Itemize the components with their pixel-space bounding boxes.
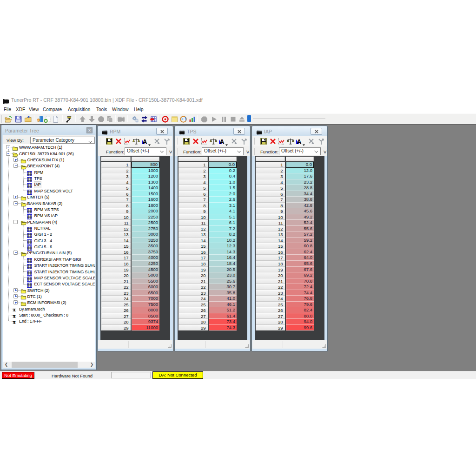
expand-icon[interactable] [13, 294, 18, 298]
pause-icon[interactable] [220, 115, 228, 123]
expand-icon[interactable] [13, 288, 18, 292]
row-number[interactable]: 2 [101, 168, 131, 174]
cell-value[interactable]: 70.8 [286, 278, 314, 284]
cell-value[interactable]: 46.1 [209, 302, 237, 308]
cell-value[interactable]: 60.8 [286, 243, 314, 249]
tree-item-limiter-5[interactable]: LIMITER (5) [3, 194, 95, 200]
row-number[interactable]: 22 [256, 284, 285, 290]
tree-item-end-17fff[interactable]: πEnd : 17FFF [3, 318, 95, 324]
cell-value[interactable]: 16.4 [209, 255, 237, 261]
scanner-icon[interactable] [65, 115, 73, 123]
cell-value[interactable]: 1500 [132, 191, 160, 197]
row-number[interactable]: 25 [178, 302, 208, 308]
tree-item-gigi-5-6[interactable]: GIGI 5 - 6 [3, 244, 95, 250]
tree-item-label[interactable]: PENGATURAN LAIN (5) [27, 250, 72, 256]
eject-icon[interactable] [238, 115, 246, 123]
cell-value[interactable]: 2000 [132, 208, 160, 214]
cell-value[interactable]: 73.4 [209, 319, 237, 325]
cell-value[interactable]: 1000 [132, 168, 160, 174]
bar-chart-icon[interactable] [188, 115, 196, 123]
row-number[interactable]: 16 [256, 249, 285, 255]
tree-item-label[interactable]: LIMITER (5) [27, 194, 50, 200]
cell-value[interactable]: 88.0 [286, 313, 314, 319]
cell-value[interactable]: 17.6 [286, 173, 314, 179]
tree-item-label[interactable]: ECM INFORMASI (2) [27, 300, 66, 306]
row-number[interactable]: 17 [178, 255, 208, 261]
cell-value[interactable]: 72.4 [286, 284, 314, 290]
row-number[interactable]: 11 [256, 220, 285, 226]
cell-value[interactable]: 1400 [132, 185, 160, 191]
row-number[interactable]: 22 [178, 284, 208, 290]
tree-item-by-amam-tech[interactable]: πBy.amam.tech [3, 306, 95, 312]
row-number[interactable]: 20 [101, 272, 131, 278]
row-number[interactable]: 28 [178, 319, 208, 325]
tree-item-label[interactable]: MAP SENSOR VOLTAGE SCALE [34, 275, 96, 281]
function-select[interactable]: Offset (+/-) [125, 147, 166, 155]
row-number[interactable]: 25 [256, 302, 285, 308]
copy-pages-icon[interactable] [106, 115, 114, 123]
cell-value[interactable]: 57.2 [286, 231, 314, 238]
row-number[interactable]: 27 [178, 313, 208, 319]
tree-item-label[interactable]: RPM VS TPS [34, 207, 59, 213]
cell-value[interactable]: 3000 [132, 231, 160, 238]
caret-down-icon[interactable] [148, 140, 151, 143]
scrollbar-thumb[interactable] [12, 362, 78, 368]
cell-value[interactable]: 5.1 [209, 214, 237, 220]
row-number[interactable]: 1 [178, 162, 208, 168]
editor-titlebar[interactable]: TPS [175, 126, 250, 136]
menu-xdf[interactable]: XDF [16, 106, 25, 113]
menu-compare[interactable]: Compare [43, 106, 62, 113]
cell-value[interactable]: 51.2 [209, 307, 237, 313]
tree-item-netral[interactable]: NETRAL [3, 225, 95, 231]
row-number[interactable]: 13 [256, 231, 285, 238]
tree-item-pengapian-4[interactable]: PENGAPIAN (4) [3, 219, 95, 225]
tree-item-ecm-informasi-2[interactable]: ECM INFORMASI (2) [3, 299, 95, 305]
cell-value[interactable]: 65.6 [286, 261, 314, 267]
floppy-icon[interactable] [106, 138, 113, 145]
tree-item-label[interactable]: NETRAL [34, 225, 51, 231]
row-number[interactable]: 7 [178, 197, 208, 203]
cell-value[interactable]: 25.6 [209, 278, 237, 284]
editor-titlebar[interactable]: RPM [98, 126, 172, 136]
row-number[interactable]: 9 [178, 208, 208, 214]
table-import-icon[interactable] [149, 115, 157, 123]
cell-value[interactable]: 3750 [132, 249, 160, 255]
resize-grip[interactable] [168, 344, 172, 348]
row-number[interactable]: 3 [178, 173, 208, 179]
row-number[interactable]: 13 [101, 231, 131, 238]
cell-value[interactable]: 5000 [132, 272, 160, 278]
row-number[interactable]: 8 [256, 203, 285, 209]
cell-value[interactable]: 2250 [132, 214, 160, 220]
new-doc-icon[interactable] [52, 115, 60, 123]
tree-item-label[interactable]: CRF150L 38770 K84-901 (26) [19, 151, 74, 157]
cell-value[interactable]: 6500 [132, 290, 160, 296]
close-icon[interactable] [233, 128, 245, 135]
row-number[interactable]: 12 [256, 226, 285, 232]
row-number[interactable]: 14 [101, 238, 131, 244]
row-number[interactable]: 29 [256, 325, 285, 331]
tree-item-label[interactable]: KOREKSI AFR TIAP GIGI [34, 257, 81, 263]
row-number[interactable]: 18 [256, 261, 285, 267]
tree-item-rpm-vs-iap[interactable]: RPM VS IAP [3, 212, 95, 218]
tree-item-rpm-vs-tps[interactable]: RPM VS TPS [3, 206, 95, 212]
tree-item-label[interactable]: MAP SENSOR VOLT [34, 188, 73, 194]
x-axis-disabled-icon[interactable] [231, 138, 238, 145]
menu-view[interactable]: View [29, 106, 39, 113]
tree-item-tps[interactable]: TPS [3, 175, 95, 181]
tree-item-label[interactable]: GIGI 3 - 4 [34, 238, 52, 244]
target-icon[interactable] [161, 115, 169, 123]
cell-value[interactable]: 59.2 [286, 238, 314, 244]
menu-window[interactable]: Window [112, 106, 129, 113]
row-number[interactable]: 10 [178, 214, 208, 220]
row-number[interactable]: 24 [101, 296, 131, 302]
tree-item-label[interactable]: IAP [34, 182, 41, 188]
collapse-icon[interactable] [13, 201, 18, 205]
row-number[interactable]: 11 [178, 220, 208, 226]
cell-value[interactable]: 7500 [132, 302, 160, 308]
menu-tools[interactable]: Tools [96, 106, 107, 113]
row-number[interactable]: 17 [256, 255, 285, 261]
cell-value[interactable]: 20.5 [209, 267, 237, 273]
cell-value[interactable]: 99.6 [286, 325, 314, 331]
tree-item-iap[interactable]: IAP [3, 181, 95, 187]
cell-value[interactable]: 8500 [132, 313, 160, 319]
